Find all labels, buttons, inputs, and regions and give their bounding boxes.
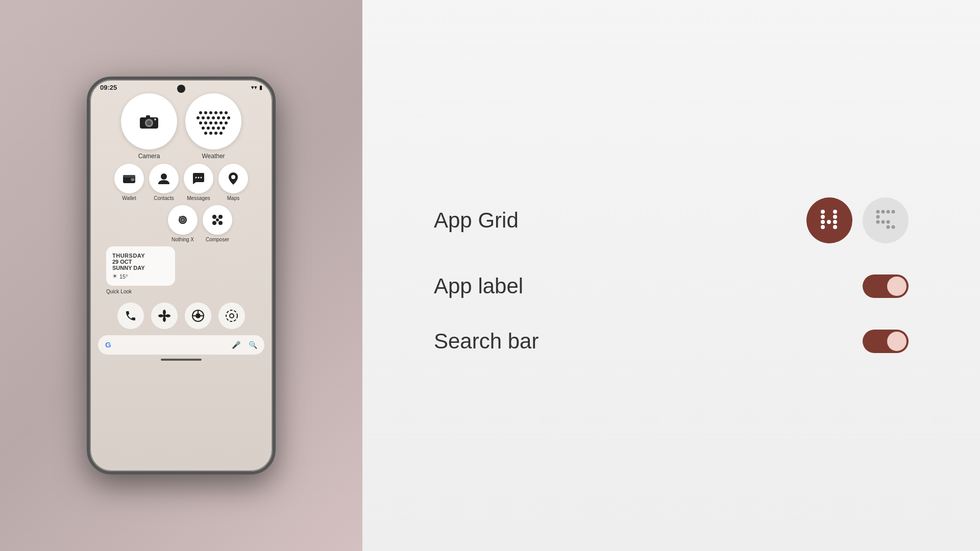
- grid-4-button[interactable]: [806, 197, 852, 243]
- ql-temp: ☀ 15°: [112, 273, 169, 280]
- app-label-row: App label: [434, 274, 909, 298]
- nothing-x-icon-circle: [168, 205, 198, 235]
- svg-point-71: [833, 225, 837, 229]
- svg-point-29: [204, 132, 207, 135]
- svg-point-78: [881, 220, 885, 224]
- weather-icon-circle: [185, 93, 241, 149]
- svg-point-50: [216, 218, 219, 221]
- large-icons-row: Camera: [98, 93, 264, 160]
- svg-point-44: [182, 219, 184, 221]
- left-panel: 09:25 ▾▾ ▮: [0, 0, 362, 551]
- svg-point-66: [821, 225, 825, 229]
- wallet-app[interactable]: Wallet: [114, 164, 144, 201]
- maps-icon-circle: [218, 164, 248, 193]
- svg-point-75: [892, 210, 895, 214]
- search-bar-toggle-thumb: [887, 332, 906, 351]
- svg-point-37: [161, 173, 167, 180]
- svg-point-65: [821, 220, 825, 224]
- camera-app[interactable]: Camera: [121, 93, 177, 160]
- svg-point-11: [197, 116, 200, 119]
- camera-icon: [139, 113, 159, 130]
- row3-icons: Nothing X Composer: [98, 205, 264, 242]
- svg-point-54: [163, 317, 166, 322]
- app-label-toggle[interactable]: [863, 274, 909, 298]
- power-button: [87, 141, 88, 161]
- messages-icon: [192, 172, 205, 185]
- maps-label: Maps: [227, 195, 239, 201]
- svg-point-61: [230, 314, 234, 318]
- composer-icon-circle: [203, 205, 232, 235]
- svg-point-69: [833, 215, 837, 219]
- phone-dock-chrome[interactable]: [185, 303, 211, 329]
- svg-point-16: [222, 116, 225, 119]
- app-grid-row: App Grid: [434, 197, 909, 243]
- quick-look-label: Quick Look: [106, 289, 264, 294]
- weather-icon: [195, 108, 231, 136]
- messages-app[interactable]: Messages: [184, 164, 213, 201]
- svg-point-13: [207, 116, 210, 119]
- contacts-label: Contacts: [154, 195, 174, 201]
- svg-point-48: [212, 221, 216, 225]
- app-grid-control: [806, 197, 909, 243]
- svg-point-39: [198, 177, 200, 179]
- maps-icon: [227, 171, 239, 186]
- home-indicator: [161, 359, 202, 361]
- wallet-icon: [122, 173, 136, 184]
- lens-icon: 🔍: [249, 341, 257, 349]
- phone-dock-settings[interactable]: [218, 303, 245, 329]
- svg-point-63: [821, 210, 825, 214]
- svg-point-81: [892, 226, 895, 229]
- search-bar-row: Search bar: [434, 329, 909, 354]
- nothing-x-app[interactable]: Nothing X: [168, 205, 198, 242]
- nothing-x-icon: [176, 213, 190, 227]
- messages-icon-circle: [184, 164, 213, 193]
- svg-point-80: [887, 226, 890, 229]
- phone-call-icon: [125, 310, 137, 322]
- svg-point-72: [876, 210, 880, 214]
- svg-point-70: [833, 220, 837, 224]
- phone-dock: [90, 298, 273, 333]
- messages-label: Messages: [187, 195, 210, 201]
- svg-point-55: [158, 314, 163, 317]
- composer-icon: [210, 213, 225, 227]
- ql-condition: SUNNY DAY: [112, 265, 169, 271]
- svg-point-19: [204, 121, 207, 124]
- svg-point-17: [227, 116, 230, 119]
- phone-dock-fan[interactable]: [151, 303, 178, 329]
- svg-point-77: [876, 220, 880, 224]
- maps-app[interactable]: Maps: [218, 164, 248, 201]
- wifi-icon: ▾▾: [251, 84, 257, 91]
- svg-point-25: [207, 127, 210, 130]
- phone-screen: 09:25 ▾▾ ▮: [90, 80, 273, 471]
- svg-point-49: [218, 221, 223, 225]
- svg-point-36: [132, 179, 134, 181]
- nothing-x-label: Nothing X: [172, 237, 194, 242]
- svg-point-67: [827, 220, 831, 224]
- composer-app[interactable]: Composer: [203, 205, 232, 242]
- svg-rect-34: [123, 175, 135, 178]
- volume-down-button: [87, 205, 88, 233]
- svg-point-27: [217, 127, 220, 130]
- svg-point-47: [218, 215, 223, 219]
- search-bar-toggle[interactable]: [863, 330, 909, 353]
- phone-content: Camera: [90, 93, 273, 294]
- grid-5-button[interactable]: [863, 197, 909, 243]
- google-logo: G: [105, 340, 114, 349]
- contacts-icon: [157, 172, 170, 185]
- contacts-app[interactable]: Contacts: [149, 164, 179, 201]
- svg-point-21: [214, 121, 217, 124]
- app-grid-label: App Grid: [434, 208, 519, 233]
- volume-up-button: [87, 169, 88, 197]
- quick-look-widget: THURSDAY 29 OCT SUNNY DAY ☀ 15°: [106, 246, 175, 286]
- wallet-icon-circle: [114, 164, 144, 193]
- camera-icon-circle: [121, 93, 177, 149]
- phone-search-bar[interactable]: G 🎤 🔍: [98, 335, 264, 355]
- search-bar-label: Search bar: [434, 329, 538, 354]
- svg-point-74: [887, 210, 890, 214]
- right-button: [275, 169, 276, 215]
- sun-icon: ☀: [112, 273, 117, 280]
- phone-dock-call[interactable]: [117, 303, 144, 329]
- weather-app[interactable]: Weather: [185, 93, 241, 160]
- svg-point-26: [212, 127, 215, 130]
- svg-point-2: [146, 120, 152, 126]
